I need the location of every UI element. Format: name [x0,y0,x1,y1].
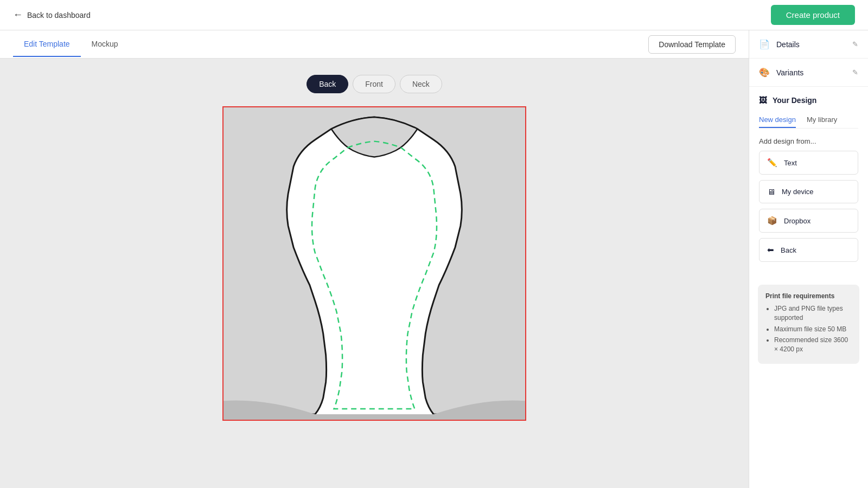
variants-row[interactable]: 🎨 Variants ✎ [749,59,868,86]
canvas-area: Back Front Neck [0,59,749,488]
subtab-my-library[interactable]: My library [807,112,837,128]
print-req-list: JPG and PNG file types supported Maximum… [765,304,852,354]
details-label: Details [776,40,800,49]
details-row[interactable]: 📄 Details ✎ [749,30,868,58]
back-option-label: Back [781,246,796,254]
details-edit-icon: ✎ [852,40,858,48]
back-option-icon: ⬅ [767,245,774,255]
back-link-label: Back to dashboard [27,11,91,20]
subtab-new-design[interactable]: New design [759,112,796,128]
tab-mockup[interactable]: Mockup [81,32,129,57]
create-product-button[interactable]: Create product [771,5,855,25]
print-req-item-2: Maximum file size 50 MB [774,325,852,334]
view-neck-button[interactable]: Neck [400,75,442,93]
template-canvas [222,106,526,421]
view-back-button[interactable]: Back [307,75,348,93]
design-option-device[interactable]: 🖥 My device [759,180,858,203]
view-front-button[interactable]: Front [353,75,395,93]
design-option-back[interactable]: ⬅ Back [759,238,858,262]
variants-label: Variants [776,68,803,77]
details-icon: 📄 [759,39,770,49]
variants-edit-icon: ✎ [852,68,858,76]
your-design-title: 🖼 Your Design [759,95,858,105]
add-design-label: Add design from... [759,137,858,145]
your-design-section: 🖼 Your Design New design My library Add … [749,87,868,276]
sidebar-section-details: 📄 Details ✎ [749,30,868,59]
print-req-item-1: JPG and PNG file types supported [774,304,852,323]
design-option-text[interactable]: ✏️ Text [759,151,858,175]
text-option-label: Text [784,159,797,167]
download-template-button[interactable]: Download Template [648,35,736,54]
print-req-item-3: Recommended size 3600 × 4200 px [774,336,852,354]
garment-svg [224,107,525,420]
device-option-icon: 🖥 [767,187,775,196]
tab-edit-template[interactable]: Edit Template [13,32,81,57]
right-sidebar: 📄 Details ✎ 🎨 Variants ✎ 🖼 Your Design [749,30,868,488]
dropbox-option-label: Dropbox [784,217,810,225]
dropbox-option-icon: 📦 [767,216,777,226]
design-option-dropbox[interactable]: 📦 Dropbox [759,209,858,233]
text-option-icon: ✏️ [767,158,777,168]
print-req-title: Print file requirements [765,292,852,300]
sidebar-section-variants: 🎨 Variants ✎ [749,59,868,87]
device-option-label: My device [782,188,814,196]
your-design-icon: 🖼 [759,95,767,105]
variants-icon: 🎨 [759,67,770,78]
back-to-dashboard-link[interactable]: ← Back to dashboard [13,9,91,21]
design-subtabs: New design My library [759,112,858,129]
back-arrow-icon: ← [13,9,23,21]
view-toggles: Back Front Neck [307,75,442,93]
your-design-label: Your Design [773,96,816,105]
print-requirements: Print file requirements JPG and PNG file… [758,285,859,364]
